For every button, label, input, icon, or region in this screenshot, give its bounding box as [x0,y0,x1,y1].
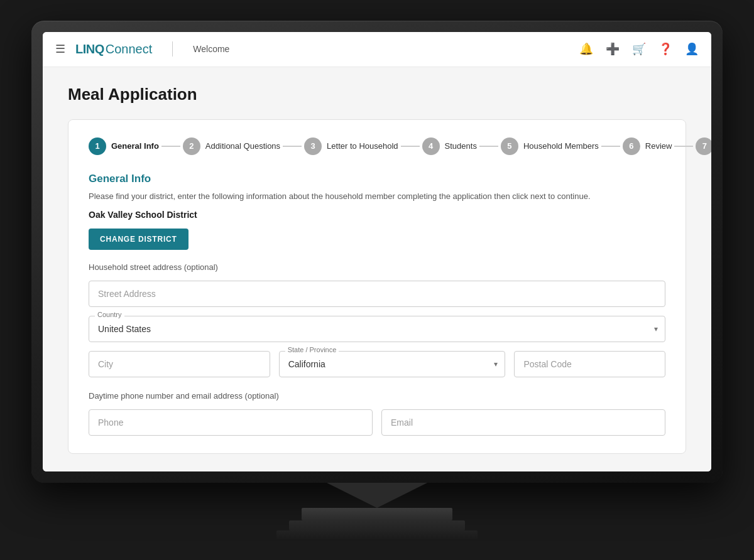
phone-email-row [89,409,665,436]
state-field-group: State / Province California ▾ [279,351,506,377]
step-connector-6 [674,146,693,147]
district-name: Oak Valley School District [89,210,665,220]
step-connector-2 [283,146,302,147]
country-select-wrapper: United States ▾ [89,316,665,342]
step-label-2: Additional Questions [205,141,280,151]
brand-connect: Connect [106,42,153,57]
monitor-stand [31,483,723,539]
stand-base-1 [302,508,452,520]
step-circle-4: 4 [422,137,440,155]
step-connector-5 [601,146,620,147]
step-item-1: 1 General Info [89,137,159,155]
step-circle-2: 2 [183,137,200,155]
hamburger-icon[interactable]: ☰ [55,42,65,56]
cart-icon[interactable]: 🛒 [632,42,646,56]
city-input[interactable] [89,351,270,377]
plus-icon[interactable]: ➕ [606,42,620,56]
user-icon[interactable]: 👤 [685,42,699,56]
step-item-2: 2 Additional Questions [183,137,280,155]
bell-icon[interactable]: 🔔 [579,42,593,56]
address-field-label: Household street address (optional) [89,262,665,272]
page-title: Meal Application [68,85,686,104]
brand-logo: LINQ Connect [75,42,152,57]
phone-input[interactable] [89,409,373,436]
stand-base-3 [276,530,478,539]
change-district-button[interactable]: CHANGE DISTRICT [89,229,188,250]
step-connector-1 [161,146,180,147]
step-item-5: 5 Household Members [501,137,599,155]
step-label-5: Household Members [523,141,599,151]
step-connector-3 [401,146,420,147]
step-label-6: Review [645,141,672,151]
postal-code-input[interactable] [514,351,665,377]
step-circle-7: 7 [696,137,711,155]
nav-divider [172,41,173,57]
country-wrapper: Country United States ▾ [89,316,665,342]
step-circle-1: 1 [89,137,106,155]
step-label-3: Letter to Household [327,141,398,151]
phone-email-field-label: Daytime phone number and email address (… [89,391,665,401]
phone-field-group [89,409,373,436]
step-item-6: 6 Review [623,137,672,155]
brand-linq: LINQ [75,42,104,57]
section-description: Please find your district, enter the fol… [89,190,665,203]
state-select-wrapper: California ▾ [279,351,506,377]
country-floating-label: Country [95,311,124,318]
step-item-7: 7 Submit [696,137,711,155]
section-title: General Info [89,173,665,185]
form-card: 1 General Info 2 Additional Questions 3 … [68,119,686,455]
step-circle-6: 6 [623,137,640,155]
city-field-group [89,351,270,377]
step-circle-3: 3 [304,137,322,155]
step-label-1: General Info [111,141,159,151]
stepper: 1 General Info 2 Additional Questions 3 … [89,137,665,155]
nav-left: ☰ LINQ Connect Welcome [55,41,229,57]
country-select[interactable]: United States [89,316,665,342]
nav-welcome-text: Welcome [193,44,229,54]
monitor-screen: ☰ LINQ Connect Welcome 🔔 ➕ 🛒 ❓ 👤 Me [43,32,711,472]
step-item-4: 4 Students [422,137,477,155]
step-item-3: 3 Letter to Household [304,137,398,155]
street-address-wrapper [89,281,665,307]
step-circle-5: 5 [501,137,518,155]
email-input[interactable] [381,409,665,436]
main-content: Meal Application 1 General Info 2 Additi… [43,67,711,472]
help-icon[interactable]: ❓ [658,42,672,56]
street-address-input[interactable] [89,281,665,307]
top-nav: ☰ LINQ Connect Welcome 🔔 ➕ 🛒 ❓ 👤 [43,32,711,67]
nav-right: 🔔 ➕ 🛒 ❓ 👤 [579,42,699,56]
step-label-4: Students [445,141,477,151]
step-connector-4 [479,146,498,147]
monitor-wrapper: ☰ LINQ Connect Welcome 🔔 ➕ 🛒 ❓ 👤 Me [31,21,723,540]
state-select[interactable]: California [279,351,506,377]
email-field-group [381,409,665,436]
city-state-postal-row: State / Province California ▾ [89,351,665,377]
stand-neck [327,483,427,508]
stand-base-2 [289,520,465,530]
monitor-bezel: ☰ LINQ Connect Welcome 🔔 ➕ 🛒 ❓ 👤 Me [31,21,723,483]
state-floating-label: State / Province [285,346,339,353]
postal-field-group [514,351,665,377]
